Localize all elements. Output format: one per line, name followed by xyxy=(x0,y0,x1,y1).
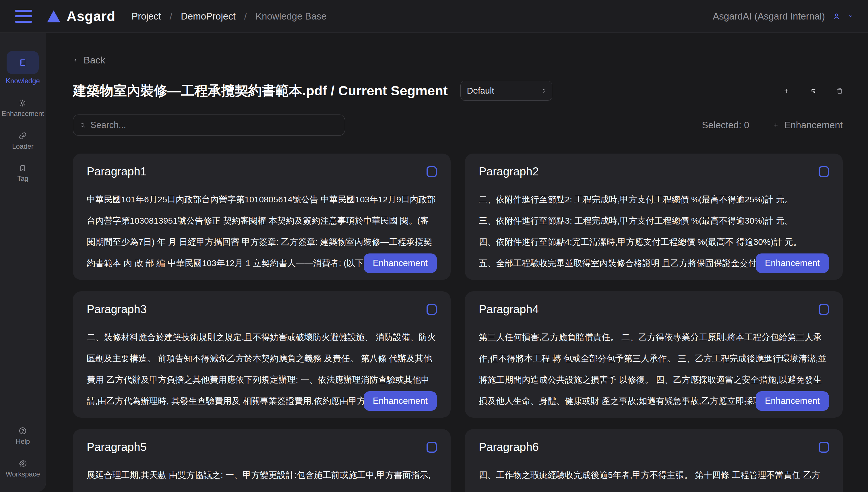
add-enhancement-label: Enhancement xyxy=(784,120,843,131)
paragraph-card: Paragraph2 二、依附件進行至節點2: 工程完成時,甲方支付工程總價 %… xyxy=(465,153,843,280)
sun-icon xyxy=(19,99,26,107)
paragraph-card: Paragraph4 第三人任何損害,乙方應負賠償責任。 二、乙方得依專業分工原… xyxy=(465,291,843,418)
card-checkbox[interactable] xyxy=(426,304,437,315)
sidebar-item-label: Workspace xyxy=(6,470,40,478)
sidebar-item-workspace[interactable]: Workspace xyxy=(6,460,40,478)
paragraph-card: Paragraph5 展延合理工期,其天數 由雙方協議之: 一、甲方變更設計:包… xyxy=(73,429,451,492)
back-button[interactable]: Back xyxy=(73,54,105,66)
top-navbar: Asgard Project / DemoProject / Knowledge… xyxy=(0,0,868,33)
select-chevrons-icon xyxy=(542,89,546,93)
left-sidebar: Knowledge Enhancement Loader Tag xyxy=(0,33,46,492)
app-name: Asgard xyxy=(67,8,116,24)
plus-icon xyxy=(773,123,778,128)
add-enhancement-button[interactable]: Enhancement xyxy=(773,120,843,131)
chevron-left-icon xyxy=(73,58,78,63)
breadcrumb-demoproject[interactable]: DemoProject xyxy=(181,11,235,22)
breadcrumb-separator: / xyxy=(170,11,172,22)
card-title: Paragraph5 xyxy=(87,441,437,453)
paragraph-card: Paragraph1 中華民國101年6月25日內政部台內營字第10108056… xyxy=(73,153,451,280)
card-checkbox[interactable] xyxy=(426,166,437,177)
paragraph-cards-grid: Paragraph1 中華民國101年6月25日內政部台內營字第10108056… xyxy=(73,153,843,492)
hamburger-menu-icon[interactable] xyxy=(15,10,32,22)
card-checkbox[interactable] xyxy=(426,442,437,453)
sidebar-item-label: Knowledge xyxy=(6,77,40,85)
sidebar-item-enhancement[interactable]: Enhancement xyxy=(1,99,44,118)
user-icon xyxy=(833,13,840,20)
brand: Asgard xyxy=(47,8,116,24)
account-menu[interactable]: AsgardAI (Asgard Internal) xyxy=(713,11,853,22)
enhancement-button[interactable]: Enhancement xyxy=(756,391,829,411)
enhancement-button[interactable]: Enhancement xyxy=(756,253,829,273)
breadcrumb-knowledge-base: Knowledge Base xyxy=(255,11,327,22)
page-title: 建築物室內裝修—工程承攬契約書範本.pdf / Current Segment xyxy=(73,82,448,100)
link-icon xyxy=(19,132,26,140)
bookmark-icon xyxy=(19,165,26,172)
paragraph-card: Paragraph6 四、工作物之瑕疵經驗收完成後逾5年者,甲方不得主張。 第十… xyxy=(465,429,843,492)
triangle-logo-icon xyxy=(47,10,60,22)
segment-select[interactable]: Default xyxy=(461,81,552,101)
trash-icon[interactable] xyxy=(837,88,843,94)
breadcrumb: Project / DemoProject / Knowledge Base xyxy=(131,11,326,22)
card-title: Paragraph4 xyxy=(479,303,829,316)
back-label: Back xyxy=(83,54,105,66)
sidebar-item-label: Enhancement xyxy=(1,109,44,118)
segment-select-value: Default xyxy=(467,86,494,96)
sidebar-item-label: Help xyxy=(16,438,30,445)
sidebar-item-label: Loader xyxy=(12,142,33,150)
card-title: Paragraph3 xyxy=(87,303,437,316)
account-name: AsgardAI (Asgard Internal) xyxy=(713,11,825,22)
card-title: Paragraph1 xyxy=(87,165,437,178)
filter-settings-icon[interactable] xyxy=(810,88,816,94)
app-root: Asgard Project / DemoProject / Knowledge… xyxy=(0,0,868,492)
card-checkbox[interactable] xyxy=(819,304,829,315)
gear-icon xyxy=(19,460,26,467)
sidebar-item-help[interactable]: Help xyxy=(16,427,30,445)
sidebar-item-loader[interactable]: Loader xyxy=(12,132,33,150)
search-input[interactable] xyxy=(91,120,338,130)
paragraph-card: Paragraph3 二、裝修材料應合於建築技術規則之規定,且不得妨害或破壞防火… xyxy=(73,291,451,418)
breadcrumb-project[interactable]: Project xyxy=(131,11,161,22)
breadcrumb-separator: / xyxy=(244,11,247,22)
card-checkbox[interactable] xyxy=(819,442,829,453)
sidebar-item-knowledge[interactable]: Knowledge xyxy=(6,51,40,85)
sidebar-item-label: Tag xyxy=(17,174,28,182)
sidebar-item-tag[interactable]: Tag xyxy=(17,165,28,182)
search-icon xyxy=(80,123,85,128)
main-content: Back 建築物室內裝修—工程承攬契約書範本.pdf / Current Seg… xyxy=(46,33,868,492)
search-box xyxy=(73,115,345,136)
enhancement-button[interactable]: Enhancement xyxy=(364,391,437,411)
chevron-down-icon xyxy=(848,14,853,19)
enhancement-button[interactable]: Enhancement xyxy=(364,253,437,273)
card-title: Paragraph2 xyxy=(479,165,829,178)
selected-count: Selected: 0 xyxy=(702,120,749,131)
add-icon[interactable] xyxy=(783,88,789,94)
card-title: Paragraph6 xyxy=(479,441,829,453)
card-text: 展延合理工期,其天數 由雙方協議之: 一、甲方變更設計:包含施工前或施工中,甲方… xyxy=(87,464,437,492)
card-checkbox[interactable] xyxy=(819,166,829,177)
book-icon xyxy=(19,59,26,66)
card-text: 四、工作物之瑕疵經驗收完成後逾5年者,甲方不得主張。 第十四條 工程管理不當責任… xyxy=(479,464,829,492)
help-circle-icon xyxy=(19,427,26,435)
